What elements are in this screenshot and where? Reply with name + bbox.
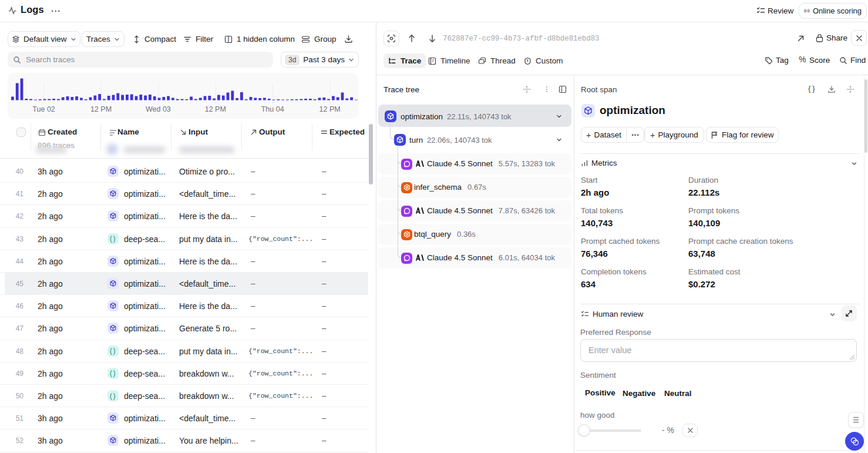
svg-text:Wed 03: Wed 03 [146, 105, 171, 113]
svg-text:12 PM: 12 PM [319, 105, 341, 113]
svg-text:Tue 02: Tue 02 [32, 105, 55, 113]
svg-text:12 PM: 12 PM [205, 105, 226, 113]
svg-text:Thu 04: Thu 04 [261, 105, 284, 113]
svg-text:12 PM: 12 PM [90, 105, 112, 113]
